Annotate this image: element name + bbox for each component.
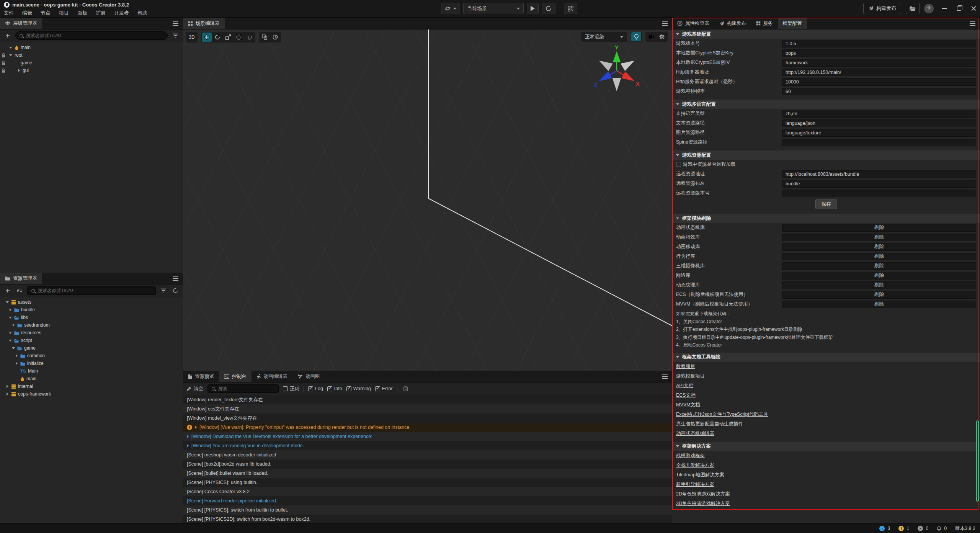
link-2d-rpg-solution[interactable]: 2D角色扮演游戏解决方案 bbox=[676, 491, 730, 497]
strip-module-button[interactable]: 剔除 bbox=[782, 253, 976, 260]
asset-node-libs[interactable]: libs bbox=[0, 314, 183, 321]
tab-services[interactable]: 服务 bbox=[751, 18, 778, 29]
assets-sort-button[interactable] bbox=[15, 286, 24, 295]
remote-res-url-input[interactable]: http://localhost:8083/assets/bundle bbox=[782, 170, 976, 178]
crypto-key-input[interactable]: oops bbox=[782, 49, 976, 57]
console-search-input[interactable]: 搜索 bbox=[207, 384, 279, 393]
log-row-info[interactable]: [Scene] Forward render pipeline initiali… bbox=[183, 496, 672, 505]
tab-animation-editor[interactable]: 动画编辑器 bbox=[252, 371, 293, 382]
expand-chevron-icon[interactable] bbox=[195, 426, 197, 429]
frame-rate-input[interactable]: 60 bbox=[782, 88, 976, 95]
preview-qr-button[interactable] bbox=[564, 3, 577, 14]
strip-module-button[interactable]: 剔除 bbox=[782, 224, 976, 232]
strip-module-button[interactable]: 剔除 bbox=[782, 243, 976, 251]
hierarchy-node-root[interactable]: root bbox=[0, 51, 183, 59]
asset-node-common[interactable]: common bbox=[0, 352, 183, 360]
scale-tool-button[interactable] bbox=[223, 33, 233, 42]
game-version-input[interactable]: 1.0.5 bbox=[782, 40, 976, 47]
menu-file[interactable]: 文件 bbox=[4, 10, 14, 16]
http-server-input[interactable]: http://192.168.0.150/main/ bbox=[782, 69, 976, 76]
remote-res-version-input[interactable] bbox=[782, 190, 976, 197]
link-anim-state-editor[interactable]: 动画状态机编辑器 bbox=[676, 430, 714, 437]
log-row-info[interactable]: [Window] You are running Vue in developm… bbox=[183, 441, 672, 450]
scene-editor-tab[interactable]: 场景编辑器 bbox=[183, 18, 225, 29]
log-row[interactable]: [Scene] Cocos Creator v3.8.2 bbox=[183, 487, 672, 496]
section-resource-config[interactable]: 游戏资源配置 bbox=[672, 150, 980, 160]
log-row[interactable]: [Scene] meshopt wasm decoder initialized bbox=[183, 450, 672, 459]
link-guide-solution[interactable]: 新手引导解决方案 bbox=[676, 481, 714, 488]
log-row[interactable]: [Scene] [PHYSICS2D]: switch from box2d-w… bbox=[183, 515, 672, 523]
hierarchy-node-game[interactable]: game bbox=[0, 59, 183, 67]
reload-button[interactable] bbox=[542, 3, 555, 14]
create-node-button[interactable] bbox=[3, 31, 12, 40]
axis-gizmo[interactable]: Y X Z bbox=[588, 43, 645, 97]
scene-menu-icon[interactable] bbox=[662, 21, 668, 26]
asset-node-seedrandom[interactable]: seedrandom bbox=[0, 321, 183, 329]
spine-res-path-input[interactable] bbox=[782, 139, 976, 146]
link-tutorial-project[interactable]: 教程项目 bbox=[676, 363, 695, 370]
hierarchy-search-input[interactable]: 搜索名称或 UUID bbox=[15, 31, 168, 40]
window-maximize-button[interactable] bbox=[957, 7, 961, 11]
link-fullstack-solution[interactable]: 全栈开发解决方案 bbox=[676, 462, 714, 469]
rotate-tool-button[interactable] bbox=[212, 33, 222, 42]
scene-settings-button[interactable] bbox=[657, 32, 667, 41]
text-res-path-input[interactable]: language/json bbox=[782, 119, 976, 127]
warning-count-icon[interactable]: ! bbox=[898, 526, 904, 531]
hierarchy-tab[interactable]: 层级管理器 bbox=[0, 18, 42, 29]
strip-module-button[interactable]: 剔除 bbox=[782, 301, 976, 308]
link-ecs-doc[interactable]: ECS文档 bbox=[676, 392, 696, 399]
projection-3d-button[interactable]: 3D bbox=[187, 33, 197, 42]
build-publish-button[interactable]: 构建发布 bbox=[863, 3, 901, 14]
log-detail-button[interactable] bbox=[402, 384, 410, 393]
link-template-project[interactable]: 游戏模板项目 bbox=[676, 373, 705, 379]
expand-chevron-icon[interactable] bbox=[187, 435, 189, 438]
pivot-toggle-button[interactable] bbox=[260, 33, 270, 42]
tab-asset-preview[interactable]: 资源预览 bbox=[183, 371, 219, 382]
log-row-info[interactable]: [Window] Download the Vue Devtools exten… bbox=[183, 432, 672, 441]
menu-help[interactable]: 帮助 bbox=[137, 10, 147, 16]
save-button[interactable]: 保存 bbox=[815, 199, 837, 209]
link-mvvm-doc[interactable]: MVVM文档 bbox=[676, 402, 700, 408]
filter-warning-checkbox[interactable]: Warning bbox=[346, 386, 371, 391]
strip-module-button[interactable]: 剔除 bbox=[782, 262, 976, 270]
hierarchy-filter-button[interactable] bbox=[171, 31, 180, 40]
link-tiledmap-solution[interactable]: Tiledmap地图解决方案 bbox=[676, 472, 724, 478]
asset-node-main-ts[interactable]: TS Main bbox=[0, 367, 183, 375]
tab-console[interactable]: 控制台 bbox=[219, 371, 252, 382]
clear-console-button[interactable]: 清空 bbox=[186, 386, 203, 392]
section-module-strip[interactable]: 框架模块剔除 bbox=[672, 214, 980, 223]
scene-select[interactable]: 当前场景 bbox=[463, 3, 524, 14]
menu-node[interactable]: 节点 bbox=[41, 10, 51, 16]
language-types-input[interactable]: zh,en bbox=[782, 110, 976, 118]
gizmo-tool-button[interactable] bbox=[245, 33, 255, 42]
console-log-list[interactable]: [Window] render_texture文件夹存在 [Window] ec… bbox=[183, 395, 672, 523]
asset-node-script[interactable]: script bbox=[0, 337, 183, 344]
expand-chevron-icon[interactable] bbox=[187, 444, 189, 447]
hierarchy-node-gui[interactable]: gui bbox=[0, 67, 183, 74]
tab-build-publish[interactable]: 构建发布 bbox=[714, 18, 751, 29]
log-row[interactable]: [Scene] [bullet]:bullet wasm lib loaded. bbox=[183, 469, 672, 478]
menu-extension[interactable]: 扩展 bbox=[96, 10, 106, 16]
link-excel-tool[interactable]: Excel格式转Json文件与TypeScript代码工具 bbox=[676, 411, 768, 418]
strip-module-button[interactable]: 剔除 bbox=[782, 281, 976, 289]
asset-node-initialize[interactable]: initialize bbox=[0, 360, 183, 367]
open-project-folder-button[interactable] bbox=[906, 3, 920, 14]
image-res-path-input[interactable]: language/texture bbox=[782, 129, 976, 137]
hierarchy-node-main[interactable]: main bbox=[0, 44, 183, 51]
scene-light-button[interactable] bbox=[631, 32, 641, 41]
scene-viewport[interactable]: Y X Z 3D 正常渲染 bbox=[183, 29, 672, 371]
rect-tool-button[interactable] bbox=[234, 33, 244, 42]
filter-log-checkbox[interactable]: Log bbox=[308, 386, 323, 391]
asset-node-oops-framework[interactable]: oops-framework bbox=[0, 390, 183, 398]
info-count-icon[interactable]: i bbox=[879, 526, 885, 531]
create-asset-button[interactable] bbox=[3, 286, 12, 295]
bell-icon[interactable] bbox=[937, 526, 941, 531]
strip-module-button[interactable]: 剔除 bbox=[782, 272, 976, 280]
preview-platform-button[interactable] bbox=[441, 3, 460, 14]
strip-module-button[interactable]: 剔除 bbox=[782, 234, 976, 241]
remote-bundle-name-input[interactable]: bundle bbox=[782, 180, 976, 188]
move-tool-button[interactable] bbox=[202, 33, 212, 42]
play-button[interactable] bbox=[527, 3, 539, 14]
render-mode-select[interactable]: 正常渲染 bbox=[581, 32, 627, 42]
log-row[interactable]: [Window] model_view文件夹存在 bbox=[183, 414, 672, 423]
